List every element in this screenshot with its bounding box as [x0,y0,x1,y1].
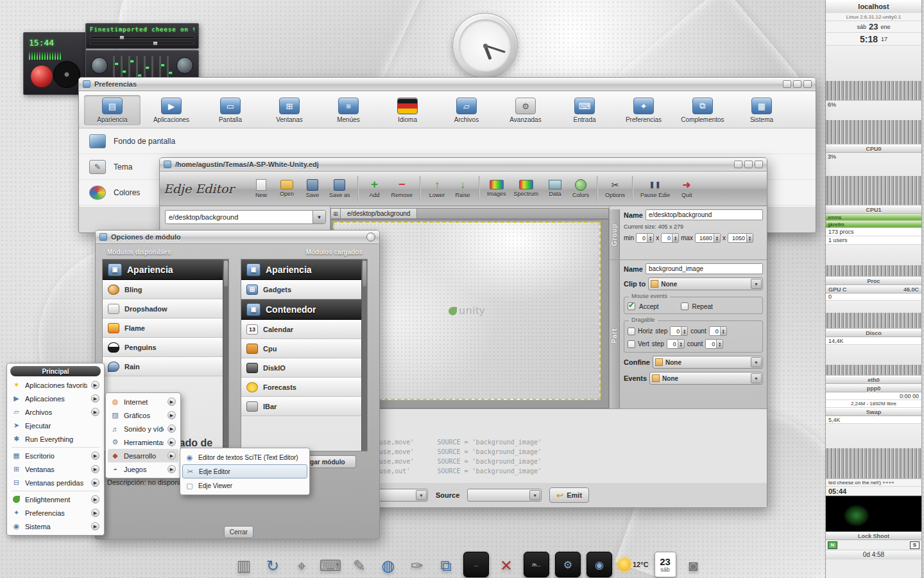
minimize-button[interactable] [734,161,742,168]
menu-item-aplicaciones[interactable]: ▶Aplicaciones▶ [9,392,102,405]
menu-item-run-everything[interactable]: ✱Run Everything [9,432,102,446]
accept-checkbox[interactable] [628,302,635,310]
events-dropdown[interactable]: None ▼ [649,372,763,385]
dual-display-icon[interactable]: ⧉ [434,554,458,577]
prefs-category-pantalla[interactable]: ▭Pantalla [202,95,259,125]
net-ppp0-caption[interactable]: ppp0 [826,384,921,392]
disk-caption[interactable]: Disco [826,329,921,337]
program-line[interactable]: = 'mouse,move' SOURCE = 'background_imag… [330,437,767,447]
module-row-cpu[interactable]: Cpu [241,339,367,358]
prefs-category-avanzadas[interactable]: ⚙Avanzadas [497,95,554,125]
group-selector-combo[interactable]: e/desktop/background ▼ [165,210,326,224]
menu-item-graficos[interactable]: ▨Gráficos▶ [108,408,178,422]
prefs-category-idioma[interactable]: Idioma [379,95,436,125]
proc-caption[interactable]: Proc [826,277,921,285]
prefs-category-entrada[interactable]: ⌨Entrada [556,95,613,125]
prefs-category-aplicaciones[interactable]: ▶Aplicaciones [143,95,200,125]
menu-item-sistema[interactable]: ◉Sistema▶ [9,520,102,533]
chevron-down-icon[interactable]: ▼ [751,279,762,289]
spinner-arrows-icon[interactable] [714,234,720,242]
chevron-down-icon[interactable]: ▼ [416,490,427,500]
prefs-category-preferencias[interactable]: ✦Preferencias [615,95,672,125]
scrollbar-thumb[interactable] [363,261,366,286]
scrollbar-thumb[interactable] [224,261,228,286]
minimize-button[interactable] [783,80,791,88]
module-row-rain[interactable]: Rain [103,357,228,376]
web-browser-globe-icon[interactable]: ◍ [377,554,400,577]
prefs-category-ventanas[interactable]: ⊞Ventanas [261,95,318,125]
emit-button[interactable]: ↩ Emit [549,487,589,503]
screenshot-box-icon[interactable]: ◉ [586,552,612,577]
xmms-eq-knob-left[interactable] [91,57,108,74]
close-button[interactable] [755,161,763,168]
modules-titlebar[interactable]: Opciones de módulo [96,231,379,244]
prefs-category-sistema[interactable]: ▦Sistema [733,95,790,125]
xmms-main-window[interactable]: 15:44 [23,32,86,95]
maximize-button[interactable] [744,161,753,168]
max-width-spinner[interactable]: 1680 [695,233,721,243]
menu-item-archivos[interactable]: ▱Archivos▶ [9,405,102,419]
spinner-arrows-icon[interactable] [716,340,723,348]
xmms-seek-slider[interactable] [90,36,194,39]
menu-item-ventanas-perdidas[interactable]: ⊟Ventanas perdidas▶ [9,476,102,489]
minimized-window-icon[interactable]: ... [463,552,489,577]
group-name-input[interactable]: e/desktop/background [646,209,763,220]
part-vertical-tab[interactable]: Part [610,260,620,412]
raise-button[interactable]: ↓Raise [450,178,475,200]
vert-checkbox[interactable] [628,340,635,348]
prefs-category-apariencia[interactable]: ▤Apariencia [84,95,141,125]
menu-item-edje-viewer[interactable]: ▢Edje Viewer [182,478,307,493]
menu-item-internet[interactable]: ◍Internet▶ [108,395,178,408]
module-row-calendar[interactable]: 13Calendar [241,320,367,339]
confine-dropdown[interactable]: None ▼ [653,356,763,369]
spectrum-button[interactable]: Spectrum [510,179,543,198]
maximize-button[interactable] [793,80,801,88]
menu-item-ejecutar[interactable]: ➤Ejecutar [9,419,102,432]
tab-menu-icon[interactable]: ⊞ [331,209,341,218]
horiz-count-spinner[interactable]: 0 [709,326,727,336]
weather-widget[interactable]: 12°C [618,552,649,577]
keyboard-icon[interactable]: ⌨ [319,554,342,577]
spinner-arrows-icon[interactable] [678,340,684,348]
min-width-spinner[interactable]: 0 [636,233,654,243]
module-row-flame[interactable]: Flame [103,319,228,338]
chevron-down-icon[interactable]: ▼ [751,373,762,383]
prefs-category-complementos[interactable]: ⧉Complementos [674,95,731,125]
add-button[interactable]: +Add [362,178,388,200]
scrollbar[interactable] [223,259,228,451]
module-row-dropshadow[interactable]: Dropshadow [103,299,228,319]
signal-program-list[interactable]: = 'mouse,move' SOURCE = 'background_imag… [330,408,767,483]
pipe-organ-icon[interactable]: ▥ [232,554,255,577]
remove-button[interactable]: −Remove [388,178,417,200]
chevron-down-icon[interactable]: ▼ [312,211,325,223]
spinner-arrows-icon[interactable] [746,234,753,242]
mail-new-badge[interactable]: N [828,541,837,549]
stylus-icon[interactable]: ✎ [348,554,371,577]
menu-item-sonido-y-video[interactable]: ♬Sonido y vídeo▶ [108,422,178,435]
images-button[interactable]: Images [483,179,510,198]
module-group-header[interactable]: ▣Apariencia [103,259,228,280]
program-line[interactable]: = 'mouse,move' SOURCE = 'background_imag… [330,457,767,466]
max-height-spinner[interactable]: 1050 [728,233,753,243]
menu-item-scite[interactable]: ◉Editor de textos SciTE (Text Editor) [182,450,307,464]
calendar-widget[interactable]: 23 sáb [654,552,676,577]
program-line[interactable]: = 'mouse,move' SOURCE = 'background_imag… [330,447,767,457]
menu-item-juegos[interactable]: ◓Juegos▶ [108,462,178,476]
min-height-spinner[interactable]: 0 [661,233,679,243]
module-row-penguins[interactable]: Penguins [103,338,228,357]
photo-camera-icon[interactable]: ◙ [682,554,705,577]
menu-item-ventanas[interactable]: ⊞Ventanas▶ [9,462,102,476]
cpu0-caption[interactable]: CPU0 [826,144,921,153]
menu-item-herramientas[interactable]: ⚙Herramientas▶ [108,435,178,449]
antenna-icon[interactable]: ⌖ [290,554,313,577]
module-row-diskio[interactable]: DiskIO [241,358,367,378]
vert-count-spinner[interactable]: 0 [705,339,723,349]
source-dropdown[interactable]: ▼ [467,489,542,502]
loaded-modules-list[interactable]: ▣Apariencia ⊞Gadgets ▣Contenedor 13Calen… [241,259,368,451]
lower-button[interactable]: ↑Lower [424,178,450,200]
menu-item-escritorio[interactable]: ▦Escritorio▶ [9,449,102,462]
menu-item-aplicaciones-favoritas[interactable]: ✶Aplicaciones favoritas▶ [9,378,102,392]
terminal-window-icon[interactable]: /h... [524,552,549,577]
net-eth0-caption[interactable]: eth0 [826,376,921,384]
new-button[interactable]: New [248,178,274,200]
